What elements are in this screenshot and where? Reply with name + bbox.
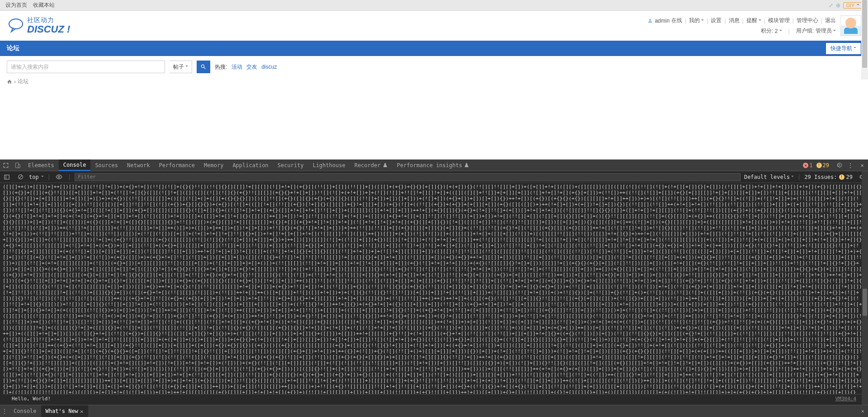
logo-icon bbox=[7, 17, 25, 35]
nav-forum-tab[interactable]: 论坛 bbox=[7, 44, 19, 52]
top-bar: 设为首页 收藏本站 ⤢ ⊕ DIY bbox=[0, 0, 868, 11]
settings-link[interactable]: 设置 bbox=[711, 17, 722, 24]
site-header: 社区动力 DISCUZ ! admin 在线| 我的| 设置| 消息| 提醒| … bbox=[0, 11, 868, 41]
site-logo[interactable]: 社区动力 DISCUZ ! bbox=[7, 16, 70, 35]
set-homepage-link[interactable]: 设为首页 bbox=[5, 2, 27, 8]
breadcrumb: › 论坛 bbox=[0, 78, 868, 87]
hot-label: 热搜: bbox=[215, 64, 227, 70]
favorite-site-link[interactable]: 收藏本站 bbox=[33, 2, 55, 8]
online-status: 在线 bbox=[671, 17, 682, 24]
usergroup-label: 用户组: bbox=[796, 27, 814, 35]
hot-link-1[interactable]: 活动 bbox=[231, 64, 242, 70]
username-link[interactable]: admin bbox=[655, 18, 670, 24]
search-scope-select[interactable]: 帖子 bbox=[170, 61, 192, 73]
main-nav: 论坛 快捷导航 bbox=[0, 41, 868, 56]
hot-link-3[interactable]: discuz bbox=[261, 64, 277, 70]
messages-link[interactable]: 消息 bbox=[729, 17, 740, 24]
points-value[interactable]: 2 bbox=[775, 28, 782, 34]
breadcrumb-forum[interactable]: 论坛 bbox=[18, 78, 28, 85]
notice-menu[interactable]: 提醒 bbox=[746, 17, 761, 24]
my-menu[interactable]: 我的 bbox=[689, 17, 704, 24]
module-mgr-link[interactable]: 模块管理 bbox=[768, 17, 790, 24]
breadcrumb-sep: › bbox=[14, 79, 16, 85]
search-input[interactable]: 请输入搜索内容 bbox=[7, 61, 165, 73]
search-icon bbox=[200, 64, 207, 70]
search-button[interactable] bbox=[197, 61, 210, 73]
home-icon[interactable] bbox=[7, 79, 12, 84]
page-scrollbar[interactable] bbox=[861, 0, 868, 80]
usergroup-value[interactable]: 管理员 bbox=[816, 27, 836, 35]
admin-center-link[interactable]: 管理中心 bbox=[797, 17, 818, 24]
globe-icon[interactable]: ⊕ bbox=[836, 2, 840, 9]
diy-button[interactable]: DIY bbox=[843, 2, 863, 9]
collapse-icon[interactable]: ⤢ bbox=[829, 2, 833, 9]
search-bar: 请输入搜索内容 帖子 热搜: 活动 交友 discuz bbox=[0, 56, 868, 78]
hot-link-2[interactable]: 交友 bbox=[246, 64, 257, 70]
svg-point-0 bbox=[9, 19, 23, 29]
logout-link[interactable]: 退出 bbox=[825, 17, 836, 24]
points-label: 积分: bbox=[761, 27, 773, 35]
quick-nav-button[interactable]: 快捷导航 bbox=[826, 42, 861, 55]
logo-title: DISCUZ ! bbox=[27, 23, 70, 35]
user-icon bbox=[647, 18, 653, 23]
avatar[interactable] bbox=[840, 15, 861, 36]
